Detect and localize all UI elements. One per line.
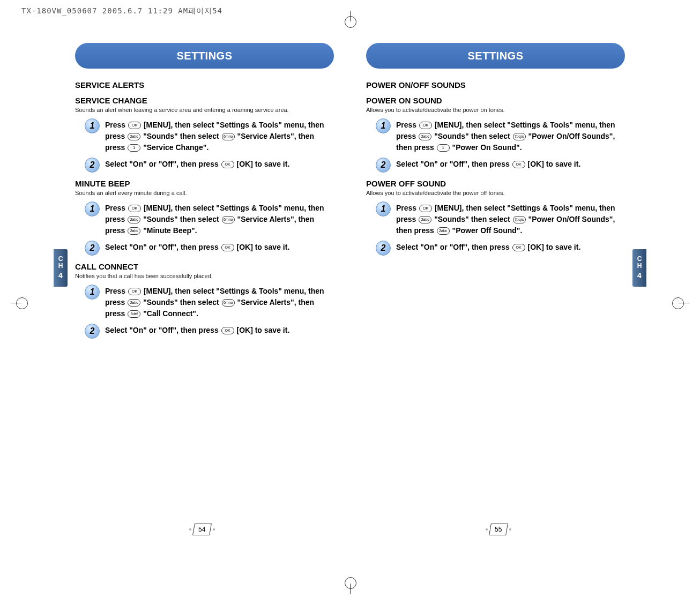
sub-heading: SERVICE CHANGE [75, 96, 334, 105]
step-text: Select "On" or "Off", then press OK [OK]… [396, 242, 580, 253]
ok-key-icon: OK [512, 244, 525, 251]
step-fragment: "Call Connect". [141, 309, 198, 318]
step-row: 1 Press OK [MENU], then select "Settings… [85, 286, 334, 319]
step-number-badge: 2 [85, 158, 100, 173]
ok-key-icon: OK [221, 327, 234, 334]
dot-icon [509, 528, 511, 531]
page-title: SETTINGS [366, 43, 625, 69]
two-key-icon: 2abc [128, 216, 140, 223]
step-fragment: Press [105, 121, 128, 129]
step-row: 1 Press OK [MENU], then select "Settings… [85, 203, 334, 236]
step-text: Press OK [MENU], then select "Settings &… [105, 203, 334, 236]
step-text: Press OK [MENU], then select "Settings &… [396, 119, 625, 153]
step-row: 1 Press OK [MENU], then select "Settings… [85, 119, 334, 153]
six-key-icon: 6mno [222, 216, 235, 223]
seven-key-icon: 7pqrs [513, 133, 526, 140]
description: Allows you to activate/deactivate the po… [366, 106, 625, 114]
chapter-tab-left: C H 4 [54, 249, 68, 287]
step-fragment: Select "On" or "Off", then press [105, 160, 221, 168]
step-row: 2 Select "On" or "Off", then press OK [O… [85, 325, 334, 339]
page-spread: C H 4 SETTINGS SERVICE ALERTS SERVICE CH… [54, 32, 646, 541]
page-number-right: 55 [483, 524, 513, 535]
chapter-h: H [58, 263, 63, 270]
step-row: 2 Select "On" or "Off", then press OK [O… [376, 242, 625, 256]
step-fragment: "Power Off Sound". [450, 226, 523, 235]
step-number-badge: 2 [376, 241, 391, 256]
page-left: C H 4 SETTINGS SERVICE ALERTS SERVICE CH… [54, 32, 350, 541]
dot-icon [486, 528, 488, 531]
sub-heading: CALL CONNECT [75, 262, 334, 271]
step-fragment: "Sounds" then select [141, 215, 221, 223]
six-key-icon: 6mno [222, 133, 235, 140]
step-text: Press OK [MENU], then select "Settings &… [105, 119, 334, 153]
sub-heading: POWER ON SOUND [366, 96, 625, 105]
step-fragment: Press [396, 204, 419, 212]
page-right: C H 4 SETTINGS POWER ON/OFF SOUNDS POWER… [350, 32, 646, 541]
step-number-badge: 1 [376, 118, 391, 133]
step-number-badge: 1 [85, 201, 100, 216]
sub-heading: MINUTE BEEP [75, 179, 334, 188]
crop-mark-bottom-icon [339, 573, 361, 594]
step-fragment: "Power On Sound". [450, 143, 522, 152]
dot-icon [189, 528, 191, 531]
step-text: Press OK [MENU], then select "Settings &… [105, 286, 334, 319]
chapter-h: H [637, 263, 642, 270]
step-text: Select "On" or "Off", then press OK [OK]… [105, 242, 289, 253]
chapter-num: 4 [637, 272, 642, 280]
step-text: Select "On" or "Off", then press OK [OK]… [105, 159, 289, 170]
ok-key-icon: OK [512, 161, 525, 168]
two-key-icon: 2abc [419, 133, 431, 140]
page-number-value: 54 [198, 526, 205, 533]
description: Sounds an alert every minute during a ca… [75, 189, 334, 197]
step-fragment: Select "On" or "Off", then press [396, 160, 512, 168]
one-key-icon: 1 [437, 144, 450, 152]
two-key-icon: 2abc [128, 133, 140, 140]
three-key-icon: 3def [128, 310, 140, 318]
header-band-left: SETTINGS [75, 43, 334, 70]
chapter-num: 4 [58, 272, 63, 280]
step-row: 1 Press OK [MENU], then select "Settings… [376, 203, 625, 236]
step-fragment: Press [105, 204, 128, 212]
step-fragment: [OK] to save it. [526, 160, 581, 168]
one-key-icon: 1 [128, 144, 140, 152]
step-fragment: [OK] to save it. [235, 326, 290, 334]
two-key-icon: 2abc [419, 216, 431, 223]
step-fragment: "Service Change". [141, 143, 208, 152]
page-number-box: 55 [489, 524, 508, 535]
page-number-box: 54 [192, 524, 212, 535]
step-fragment: "Sounds" then select [141, 132, 221, 140]
print-header: TX-180VW_050607 2005.6.7 11:29 AM페이지54 [21, 6, 222, 16]
description: Allows you to activate/deactivate the po… [366, 189, 625, 197]
two-key-icon: 2abc [437, 227, 450, 235]
ok-key-icon: OK [221, 161, 234, 168]
ok-key-icon: OK [128, 122, 141, 129]
section-heading: POWER ON/OFF SOUNDS [366, 80, 625, 89]
chapter-tab-right: C H 4 [632, 249, 646, 287]
page-number-value: 55 [495, 526, 502, 533]
description: Notifies you that a call has been succes… [75, 272, 334, 280]
step-fragment: Press [105, 287, 128, 295]
ok-key-icon: OK [419, 205, 432, 212]
step-fragment: [OK] to save it. [235, 243, 290, 251]
step-fragment: "Minute Beep". [141, 226, 197, 235]
step-text: Select "On" or "Off", then press OK [OK]… [105, 325, 289, 336]
ok-key-icon: OK [221, 244, 234, 251]
crop-mark-left-icon [11, 292, 32, 313]
section-heading: SERVICE ALERTS [75, 80, 334, 89]
step-text: Press OK [MENU], then select "Settings &… [396, 203, 625, 236]
page-number-left: 54 [187, 524, 217, 535]
step-row: 2 Select "On" or "Off", then press OK [O… [85, 242, 334, 256]
step-row: 1 Press OK [MENU], then select "Settings… [376, 119, 625, 153]
header-band-right: SETTINGS [366, 43, 625, 70]
ok-key-icon: OK [419, 122, 432, 129]
step-number-badge: 1 [85, 118, 100, 133]
crop-mark-top-icon [339, 11, 361, 32]
description: Sounds an alert when leaving a service a… [75, 106, 334, 114]
six-key-icon: 6mno [222, 299, 235, 307]
step-number-badge: 2 [85, 241, 100, 256]
step-fragment: "Sounds" then select [141, 298, 221, 307]
two-key-icon: 2abc [128, 299, 140, 307]
two-key-icon: 2abc [128, 227, 140, 235]
step-fragment: Select "On" or "Off", then press [105, 326, 221, 334]
page-title: SETTINGS [75, 43, 334, 69]
